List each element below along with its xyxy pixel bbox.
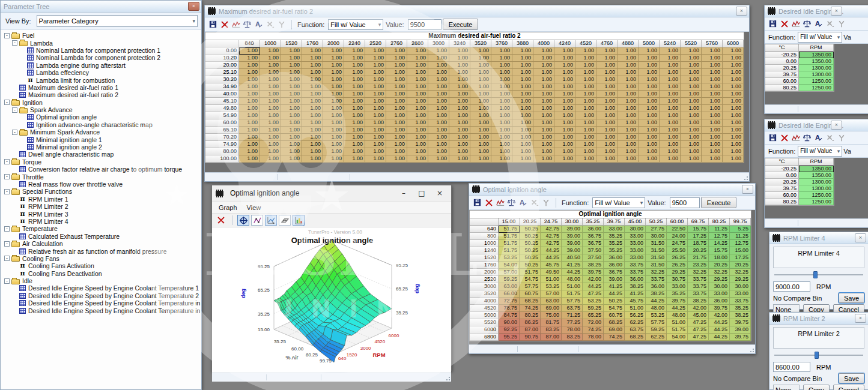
column-header[interactable]: 1520 <box>281 40 302 47</box>
afr-cell[interactable]: 1.00 <box>618 98 639 105</box>
afr-cell[interactable]: 1.00 <box>365 55 386 62</box>
ignition-cell[interactable]: 50.25 <box>520 254 541 262</box>
afr-cell[interactable]: 1.00 <box>723 112 744 119</box>
afr-cell[interactable]: 1.00 <box>239 76 260 83</box>
afr-cell[interactable]: 1.00 <box>323 127 344 134</box>
afr-cell[interactable]: 1.00 <box>660 148 681 155</box>
ignition-cell[interactable]: 51.00 <box>562 283 583 290</box>
afr-cell[interactable]: 1.00 <box>533 127 554 134</box>
afr-cell[interactable]: 1.00 <box>386 55 407 62</box>
ignition-cell[interactable]: 45.00 <box>688 312 709 319</box>
tree-item[interactable]: Desired Idle Engine Speed by Engine Cool… <box>3 292 201 299</box>
ignition-cell[interactable]: 60.75 <box>604 312 625 319</box>
afr-cell[interactable]: 1.00 <box>681 55 702 62</box>
afr-cell[interactable]: 1.00 <box>281 69 302 76</box>
afr-cell[interactable]: 1.00 <box>428 148 449 155</box>
afr-cell[interactable]: 1.00 <box>554 55 575 62</box>
afr-cell[interactable]: 1.00 <box>470 148 491 155</box>
expander-icon[interactable]: - <box>12 40 17 46</box>
close-icon[interactable]: × <box>855 314 866 323</box>
afr-cell[interactable]: 1.00 <box>533 105 554 112</box>
afr-cell[interactable]: 1.00 <box>239 105 260 112</box>
row-header[interactable]: 65.10 <box>205 127 239 134</box>
row-header[interactable]: 54.90 <box>205 112 239 119</box>
afr-cell[interactable]: 1.00 <box>596 141 618 148</box>
ignition-cell[interactable]: 33.75 <box>688 276 709 283</box>
ignition-cell[interactable]: 36.75 <box>583 240 604 247</box>
afr-cell[interactable]: 1.00 <box>681 98 702 105</box>
column-header[interactable]: 2240 <box>344 40 365 47</box>
save-button[interactable]: Save <box>839 293 864 303</box>
column-header[interactable]: 35.25 <box>583 218 604 226</box>
ignition-cell[interactable]: 36.00 <box>625 276 646 283</box>
afr-cell[interactable]: 1.00 <box>470 55 491 62</box>
afr-cell[interactable]: 1.00 <box>239 148 260 155</box>
tree-item[interactable]: -Fuel <box>3 32 201 39</box>
afr-cell[interactable]: 1.00 <box>470 141 491 148</box>
column-header[interactable]: 39.75 <box>604 218 625 226</box>
row-header[interactable]: 0.00 <box>205 47 239 55</box>
afr-cell[interactable]: 1.00 <box>554 76 575 83</box>
afr-cell[interactable]: 1.00 <box>428 105 449 112</box>
afr-cell[interactable]: 1.00 <box>344 55 365 62</box>
ignition-cell[interactable]: 38.25 <box>730 312 751 319</box>
afr-cell[interactable]: 1.00 <box>512 83 533 91</box>
ignition-cell[interactable]: 84.75 <box>499 312 520 319</box>
afr-cell[interactable]: 1.00 <box>702 98 723 105</box>
row-header[interactable]: 74.90 <box>205 141 239 148</box>
rpm-cell[interactable]: 1350.00 <box>799 52 834 58</box>
afr-cell[interactable]: 1.00 <box>323 148 344 155</box>
afr-cell[interactable]: 1.00 <box>618 76 639 83</box>
afr-cell[interactable]: 1.00 <box>344 69 365 76</box>
ignition-cell[interactable]: 42.00 <box>709 312 730 319</box>
afr-cell[interactable]: 1.00 <box>660 127 681 134</box>
afr-cell[interactable]: 1.00 <box>365 141 386 148</box>
afr-cell[interactable]: 1.00 <box>239 127 260 134</box>
ignition-cell[interactable]: 83.25 <box>562 334 583 341</box>
expander-icon[interactable]: - <box>4 241 10 247</box>
afr-cell[interactable]: 1.00 <box>344 105 365 112</box>
afr-cell[interactable]: 1.00 <box>596 69 618 76</box>
ignition-cell[interactable]: 40.50 <box>562 254 583 262</box>
ignition-cell[interactable]: 72.00 <box>583 319 604 326</box>
afr-cell[interactable]: 1.00 <box>470 134 491 141</box>
ignition-cell[interactable]: 95.25 <box>499 334 520 341</box>
column-header[interactable]: °C <box>765 44 799 52</box>
save-button[interactable]: Save <box>839 373 864 383</box>
rpm-cell[interactable]: 1350.00 <box>799 166 834 172</box>
afr-cell[interactable]: 1.00 <box>512 127 533 134</box>
column-header[interactable]: 2760 <box>386 40 407 47</box>
afr-cell[interactable]: 1.00 <box>302 76 323 83</box>
tree-item[interactable]: Desired Idle Engine Speed by Engine Cool… <box>3 284 201 292</box>
afr-cell[interactable]: 1.00 <box>702 141 723 148</box>
y-axis-icon[interactable] <box>836 18 847 29</box>
afr-cell[interactable]: 1.00 <box>491 141 512 148</box>
ignition-cell[interactable]: 31.50 <box>646 240 667 247</box>
ignition-cell[interactable]: 51.75 <box>562 290 583 298</box>
rpm-slider[interactable] <box>774 271 863 279</box>
ignition-cell[interactable]: 78.00 <box>583 334 604 341</box>
labels-icon[interactable]: A <box>253 19 264 30</box>
afr-cell[interactable]: 1.00 <box>575 91 596 98</box>
row-header[interactable]: 70.20 <box>205 134 239 141</box>
afr-cell[interactable]: 1.00 <box>449 119 470 127</box>
ignition-cell[interactable]: 42.00 <box>688 305 709 312</box>
ignition-cell[interactable]: 51.75 <box>667 326 688 334</box>
afr-cell[interactable]: 1.00 <box>302 47 323 55</box>
afr-cell[interactable]: 1.00 <box>533 76 554 83</box>
afr-cell[interactable]: 1.00 <box>386 98 407 105</box>
expander-icon[interactable]: - <box>4 33 10 38</box>
ignition-cell[interactable]: 31.50 <box>646 247 667 254</box>
ignition-cell[interactable]: 51.75 <box>520 269 541 276</box>
afr-cell[interactable]: 1.00 <box>618 141 639 148</box>
afr-cell[interactable]: 1.00 <box>723 155 744 163</box>
column-header[interactable]: 4240 <box>554 40 575 47</box>
row-header[interactable]: 640 <box>470 226 499 233</box>
afr-cell[interactable]: 1.00 <box>639 83 660 91</box>
rpm-value-input[interactable] <box>773 362 810 372</box>
menu-graph[interactable]: Graph <box>214 203 241 212</box>
ignition-cell[interactable]: 30.00 <box>625 226 646 233</box>
afr-cell[interactable]: 1.00 <box>723 134 744 141</box>
row-header[interactable]: 4520 <box>470 305 499 312</box>
afr-cell[interactable]: 1.00 <box>575 76 596 83</box>
